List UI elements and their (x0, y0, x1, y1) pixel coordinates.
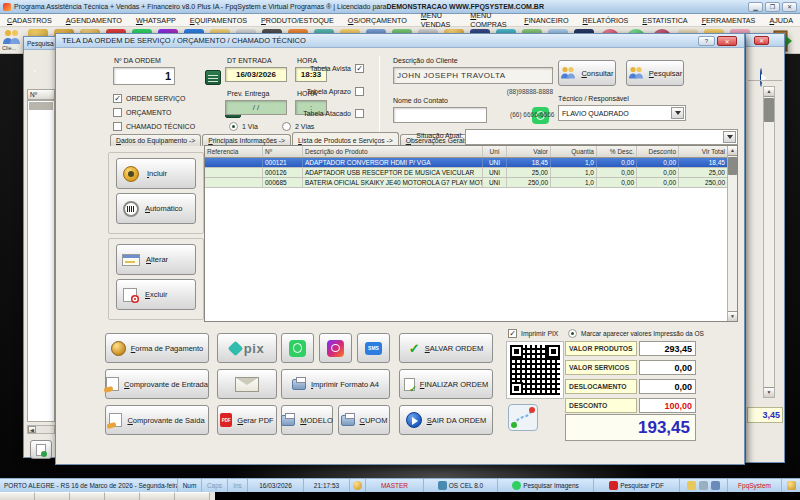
background-window-exit-icon[interactable] (760, 68, 762, 87)
col-desconto: Desconto (637, 146, 679, 157)
entry-calendar-icon[interactable] (205, 70, 221, 85)
col-descricao: Descrição do Produto (303, 146, 483, 157)
pesquisa-list[interactable] (27, 100, 55, 422)
instagram-button[interactable] (319, 333, 352, 363)
delivery-date-field[interactable]: / / (225, 100, 287, 115)
technician-select[interactable]: FLAVIO QUADRADO (558, 105, 686, 121)
tabela-avista-label: Tabela Avista (291, 65, 351, 72)
imprimir-a4-button[interactable]: Imprimir Formato A4 (281, 369, 390, 399)
whatsapp-icon (289, 340, 306, 357)
background-window-total: 3,45 (747, 407, 783, 423)
menu-relatorios[interactable]: RELATÓRIOS (576, 16, 636, 25)
status-search-pdf[interactable]: Pesquisar PDF (594, 479, 680, 492)
status-tools[interactable] (680, 479, 728, 492)
menu-agendamento[interactable]: AGENDAMENTO (59, 16, 129, 25)
tabela-aprazo-label: Tabela Aprazo (291, 88, 351, 95)
client-input[interactable]: JOHN JOSEPH TRAVOLTA (393, 67, 553, 84)
forma-pagamento-button[interactable]: Forma de Pagamento (105, 333, 209, 363)
table-row[interactable]: 000685 BATERIA OFICIAL SKAIKY JE40 MOTOR… (205, 178, 727, 188)
marcar-valores-label: Marcar aparecer valores Impressão da OS (581, 330, 704, 337)
technician-value: FLAVIO QUADRADO (562, 110, 629, 117)
menu-ferramentas[interactable]: FERRAMENTAS (695, 16, 763, 25)
pix-icon (228, 340, 244, 356)
status-ins: Ins (228, 479, 248, 492)
menu-equipamentos[interactable]: EQUIPAMENTOS (183, 16, 254, 25)
dialog-body: Nº DA ORDEM 1 ORDEM SERVIÇO ORÇAMENTO CH… (56, 48, 744, 464)
dialog-close-icon[interactable]: ✕ (717, 36, 737, 46)
marcar-valores-radio[interactable] (568, 329, 577, 338)
grand-total-value: 193,45 (565, 414, 696, 441)
col-perc-desc: % Desc. (597, 146, 637, 157)
automatico-button[interactable]: Automático (116, 193, 196, 224)
order-number-input[interactable]: 1 (113, 67, 175, 85)
modelo-button[interactable]: MODELO (281, 405, 333, 435)
menubar: CADASTROS AGENDAMENTO WHATSAPP EQUIPAMEN… (0, 14, 800, 27)
ordem-servico-checkbox[interactable] (113, 94, 122, 103)
whatsapp-send-button[interactable] (281, 333, 314, 363)
order-number-label: Nº DA ORDEM (114, 57, 161, 64)
status-search-images[interactable]: Pesquisar Imagens (498, 479, 594, 492)
pix-button[interactable]: pix (217, 333, 277, 363)
background-window-scrollbar[interactable]: ▲▼ (763, 86, 775, 398)
printer-icon (341, 415, 355, 426)
valor-servicos-value: 0,00 (639, 360, 696, 375)
menu-os-orcamento[interactable]: OS/ORÇAMENTO (341, 16, 414, 25)
map-route-icon[interactable] (508, 404, 538, 431)
menu-ajuda[interactable]: AJUDA (762, 16, 800, 25)
gerar-pdf-button[interactable]: PDF Gerar PDF (217, 405, 277, 435)
pesquisar-label: Pesquisar (649, 69, 682, 78)
pesquisa-action-button[interactable] (30, 440, 52, 459)
cupom-button[interactable]: CUPOM (338, 405, 390, 435)
tab-lista-produtos[interactable]: Lista de Produtos e Serviços -> (292, 132, 399, 146)
excluir-button[interactable]: Excluir (116, 279, 196, 310)
orcamento-checkbox[interactable] (113, 108, 122, 117)
products-table: Referencia Nº Descrição do Produto Uni V… (204, 145, 738, 322)
imprimir-pix-checkbox[interactable] (508, 329, 517, 338)
comprovante-entrada-button[interactable]: Comprovante de Entrada (105, 369, 209, 399)
consultar-button[interactable]: Consultar (558, 60, 616, 86)
consultar-label: Consultar (581, 69, 613, 78)
dialog-help-button[interactable]: ? (698, 36, 715, 46)
menu-financeiro[interactable]: FINANCEIRO (517, 16, 575, 25)
status-version: OS CEL 8.0 (424, 479, 498, 492)
pesquisa-window-title: Pesquisa (24, 37, 57, 50)
tabela-avista-checkbox[interactable] (355, 64, 364, 73)
menu-produto-estoque[interactable]: PRODUTO/ESTOQUE (254, 16, 341, 25)
menu-whatsapp[interactable]: WHATSAPP (129, 16, 183, 25)
forma-pagamento-label: Forma de Pagamento (131, 344, 204, 353)
envelope-button[interactable] (217, 369, 277, 399)
brand-icon (782, 479, 800, 492)
sair-ordem-button[interactable]: SAIR DA ORDEM (399, 405, 493, 435)
background-window-close-icon[interactable]: ✕ (754, 36, 769, 45)
contact-input[interactable] (393, 107, 487, 123)
salvar-ordem-button[interactable]: ✓ SALVAR ORDEM (399, 333, 493, 363)
tab-dados-equipamento[interactable]: Dados do Equipamento -> (110, 134, 201, 146)
table-row[interactable]: 000121 ADAPTADOR CONVERSOR HDMI P/ VGA U… (205, 158, 727, 168)
situation-select[interactable] (465, 129, 738, 145)
comprovante-saida-button[interactable]: Comprovante de Saída (105, 405, 209, 435)
barcode-icon (123, 201, 139, 217)
client-label: Descrição do Cliente (393, 57, 458, 64)
close-icon[interactable]: ✕ (782, 2, 797, 12)
pdf-icon (609, 481, 618, 490)
incluir-button[interactable]: Incluir (116, 158, 196, 189)
chevron-down-icon (723, 131, 736, 143)
desconto-label: DESCONTO (565, 398, 637, 413)
sms-button[interactable]: SMS (357, 333, 390, 363)
minimize-icon[interactable]: ▁ (748, 2, 763, 12)
dialog-titlebar: TELA DA ORDEM DE SERVIÇO / ORÇAMENTO / C… (56, 34, 744, 48)
pesquisa-hscrollbar[interactable]: ◀ (27, 425, 55, 434)
pesquisa-list-header[interactable]: Nº (27, 89, 55, 100)
tabela-aprazo-checkbox[interactable] (355, 87, 364, 96)
table-row[interactable]: 000126 ADAPTADOR USB RESCEPTOR DE MUSICA… (205, 168, 727, 178)
menu-estatistica[interactable]: ESTATISTICA (635, 16, 694, 25)
table-scrollbar[interactable]: ▲▼ (727, 146, 737, 321)
tabela-atacado-checkbox[interactable] (355, 109, 364, 118)
entry-date-field[interactable]: 16/03/2026 (225, 67, 287, 82)
maximize-icon[interactable]: ❒ (765, 2, 780, 12)
finalizar-ordem-button[interactable]: FINALIZAR ORDEM (399, 369, 493, 399)
pesquisar-button[interactable]: Pesquisar (626, 60, 684, 86)
orcamento-label: ORÇAMENTO (126, 109, 171, 116)
menu-cadastros[interactable]: CADASTROS (0, 16, 59, 25)
alterar-button[interactable]: Alterar (116, 244, 196, 275)
